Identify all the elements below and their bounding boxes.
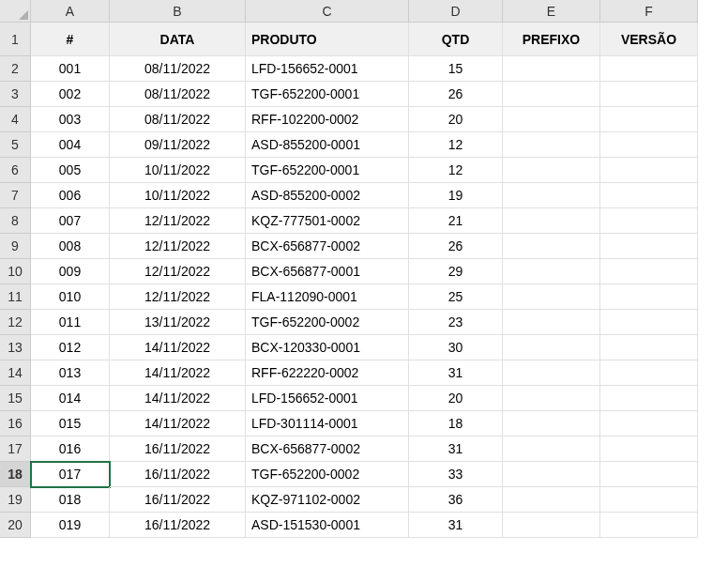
cell-E16[interactable]	[503, 411, 600, 437]
header-cell-E[interactable]: PREFIXO	[503, 23, 600, 56]
cell-F15[interactable]	[600, 386, 698, 411]
cell-B15[interactable]: 14/11/2022	[110, 386, 246, 411]
cell-B10[interactable]: 12/11/2022	[110, 259, 246, 284]
cell-E17[interactable]	[503, 437, 600, 462]
cell-C5[interactable]: ASD-855200-0001	[246, 132, 409, 158]
cell-C7[interactable]: ASD-855200-0002	[246, 183, 409, 208]
header-cell-A[interactable]: #	[31, 23, 110, 56]
cell-C12[interactable]: TGF-652200-0002	[246, 310, 409, 335]
cell-A2[interactable]: 001	[31, 56, 110, 82]
cell-C3[interactable]: TGF-652200-0001	[246, 82, 409, 107]
cell-C6[interactable]: TGF-652200-0001	[246, 158, 409, 183]
cell-E2[interactable]	[503, 56, 600, 82]
cell-A19[interactable]: 018	[31, 487, 110, 513]
cell-B20[interactable]: 16/11/2022	[110, 513, 246, 538]
cell-D15[interactable]: 20	[409, 386, 503, 411]
cell-D12[interactable]: 23	[409, 310, 503, 335]
cell-E15[interactable]	[503, 386, 600, 411]
cell-F7[interactable]	[600, 183, 698, 208]
cell-A12[interactable]: 011	[31, 310, 110, 335]
cell-F12[interactable]	[600, 310, 698, 335]
cell-A5[interactable]: 004	[31, 132, 110, 158]
cell-F10[interactable]	[600, 259, 698, 284]
row-header-1[interactable]: 1	[0, 23, 31, 56]
cell-B18[interactable]: 16/11/2022	[110, 462, 246, 487]
cell-D11[interactable]: 25	[409, 284, 503, 310]
cell-B16[interactable]: 14/11/2022	[110, 411, 246, 437]
cell-B3[interactable]: 08/11/2022	[110, 82, 246, 107]
cell-B2[interactable]: 08/11/2022	[110, 56, 246, 82]
cell-F5[interactable]	[600, 132, 698, 158]
cell-B6[interactable]: 10/11/2022	[110, 158, 246, 183]
select-all-corner[interactable]	[0, 0, 31, 23]
cell-A7[interactable]: 006	[31, 183, 110, 208]
cell-E4[interactable]	[503, 107, 600, 132]
row-header-6[interactable]: 6	[0, 158, 31, 183]
cell-C13[interactable]: BCX-120330-0001	[246, 335, 409, 360]
cell-E12[interactable]	[503, 310, 600, 335]
cell-D4[interactable]: 20	[409, 107, 503, 132]
cell-C16[interactable]: LFD-301114-0001	[246, 411, 409, 437]
cell-A8[interactable]: 007	[31, 208, 110, 234]
row-header-7[interactable]: 7	[0, 183, 31, 208]
cell-C2[interactable]: LFD-156652-0001	[246, 56, 409, 82]
cell-F8[interactable]	[600, 208, 698, 234]
cell-E10[interactable]	[503, 259, 600, 284]
cell-A10[interactable]: 009	[31, 259, 110, 284]
cell-E18[interactable]	[503, 462, 600, 487]
cell-A18[interactable]: 017	[31, 462, 110, 487]
cell-D13[interactable]: 30	[409, 335, 503, 360]
cell-D20[interactable]: 31	[409, 513, 503, 538]
row-header-8[interactable]: 8	[0, 208, 31, 234]
cell-B5[interactable]: 09/11/2022	[110, 132, 246, 158]
cell-D7[interactable]: 19	[409, 183, 503, 208]
cell-C14[interactable]: RFF-622220-0002	[246, 360, 409, 386]
cell-E6[interactable]	[503, 158, 600, 183]
cell-F17[interactable]	[600, 437, 698, 462]
cell-C11[interactable]: FLA-112090-0001	[246, 284, 409, 310]
header-cell-B[interactable]: DATA	[110, 23, 246, 56]
row-header-20[interactable]: 20	[0, 513, 31, 538]
cell-C4[interactable]: RFF-102200-0002	[246, 107, 409, 132]
cell-E20[interactable]	[503, 513, 600, 538]
cell-C17[interactable]: BCX-656877-0002	[246, 437, 409, 462]
cell-C8[interactable]: KQZ-777501-0002	[246, 208, 409, 234]
row-header-11[interactable]: 11	[0, 284, 31, 310]
row-header-3[interactable]: 3	[0, 82, 31, 107]
cell-C15[interactable]: LFD-156652-0001	[246, 386, 409, 411]
header-cell-C[interactable]: PRODUTO	[246, 23, 409, 56]
cell-E13[interactable]	[503, 335, 600, 360]
header-cell-D[interactable]: QTD	[409, 23, 503, 56]
row-header-18[interactable]: 18	[0, 462, 31, 487]
cell-B7[interactable]: 10/11/2022	[110, 183, 246, 208]
cell-B17[interactable]: 16/11/2022	[110, 437, 246, 462]
cell-F18[interactable]	[600, 462, 698, 487]
cell-D14[interactable]: 31	[409, 360, 503, 386]
row-header-14[interactable]: 14	[0, 360, 31, 386]
cell-D3[interactable]: 26	[409, 82, 503, 107]
cell-D10[interactable]: 29	[409, 259, 503, 284]
cell-F20[interactable]	[600, 513, 698, 538]
cell-F13[interactable]	[600, 335, 698, 360]
cell-B19[interactable]: 16/11/2022	[110, 487, 246, 513]
cell-C10[interactable]: BCX-656877-0001	[246, 259, 409, 284]
cell-F9[interactable]	[600, 234, 698, 259]
cell-A4[interactable]: 003	[31, 107, 110, 132]
row-header-13[interactable]: 13	[0, 335, 31, 360]
column-header-D[interactable]: D	[409, 0, 503, 23]
column-header-C[interactable]: C	[246, 0, 409, 23]
column-header-A[interactable]: A	[31, 0, 110, 23]
cell-F14[interactable]	[600, 360, 698, 386]
cell-A15[interactable]: 014	[31, 386, 110, 411]
cell-B14[interactable]: 14/11/2022	[110, 360, 246, 386]
cell-D2[interactable]: 15	[409, 56, 503, 82]
row-header-16[interactable]: 16	[0, 411, 31, 437]
cell-A20[interactable]: 019	[31, 513, 110, 538]
column-header-B[interactable]: B	[110, 0, 246, 23]
cell-A6[interactable]: 005	[31, 158, 110, 183]
row-header-9[interactable]: 9	[0, 234, 31, 259]
column-header-F[interactable]: F	[600, 0, 698, 23]
cell-A17[interactable]: 016	[31, 437, 110, 462]
cell-F6[interactable]	[600, 158, 698, 183]
cell-B9[interactable]: 12/11/2022	[110, 234, 246, 259]
